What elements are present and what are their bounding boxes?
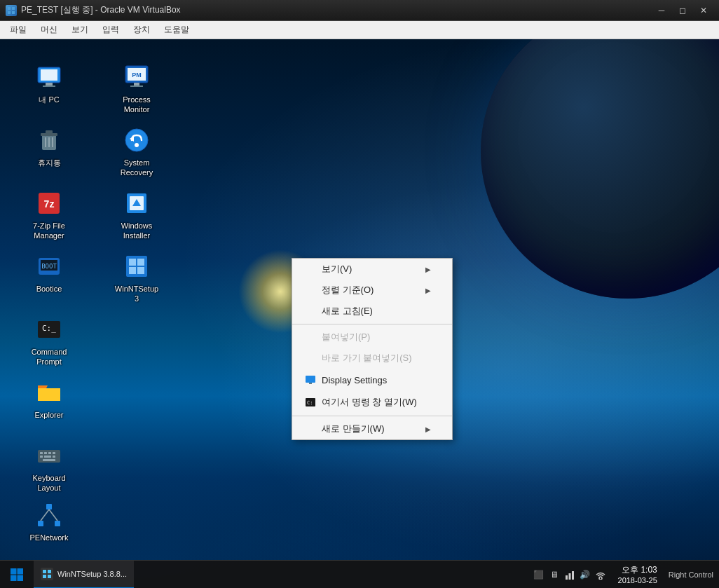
svg-text:BOOT: BOOT: [41, 263, 57, 270]
keyboard-icon: [35, 442, 63, 470]
svg-rect-48: [38, 521, 43, 526]
icon-label-process-monitor: Process Monitor: [111, 94, 162, 116]
desktop-icon-command-prompt[interactable]: C:_ Command Prompt: [21, 313, 77, 371]
svg-rect-32: [137, 259, 144, 266]
taskbar-app-label-winntsetup-app: WinNTSetup 3.8.8...: [57, 570, 127, 578]
svg-rect-53: [309, 383, 312, 384]
svg-rect-10: [134, 83, 139, 86]
icon-label-system-recovery: System Recovery: [111, 157, 162, 179]
start-button[interactable]: [0, 561, 34, 589]
svg-rect-47: [46, 504, 52, 510]
tray-icon-network2[interactable]: [594, 568, 607, 581]
taskbar-app-icon-winntsetup-app: [41, 568, 53, 580]
icon-label-bootice: Bootice: [34, 283, 64, 294]
icon-label-recycle-bin: 휴지통: [36, 157, 63, 168]
svg-rect-6: [46, 83, 53, 86]
tray-icon-1[interactable]: ⬛: [533, 568, 545, 581]
winnt-icon: [123, 252, 151, 280]
desktop-icon-recycle-bin[interactable]: 휴지통: [21, 123, 77, 171]
svg-text:7z: 7z: [44, 198, 55, 210]
svg-rect-37: [38, 388, 60, 401]
tray-icon-2[interactable]: 🖥: [548, 568, 561, 581]
windows-icon: [10, 568, 24, 582]
trash-icon: [35, 126, 63, 154]
svg-rect-40: [44, 452, 47, 454]
submenu-arrow-icon: ▶: [425, 287, 431, 294]
desktop-icon-system-recovery[interactable]: System Recovery: [109, 123, 165, 182]
minimize-button[interactable]: ─: [652, 4, 671, 18]
context-menu-label-display-settings: Display Settings: [322, 375, 387, 385]
menu-item-파일[interactable]: 파일: [3, 22, 34, 38]
desktop-icon-my-pc[interactable]: 내 PC: [21, 60, 77, 108]
desktop-icon-process-monitor[interactable]: PM Process Monitor: [109, 60, 165, 118]
svg-point-21: [135, 143, 139, 147]
svg-point-19: [125, 129, 148, 151]
taskbar-apps: WinNTSetup 3.8.8...: [34, 561, 527, 588]
context-menu-label-open-cmd: 여기서 명령 창 열기(W): [322, 396, 417, 409]
installer-icon: [123, 189, 151, 217]
restore-button[interactable]: ◻: [673, 4, 692, 18]
desktop-icon-explorer[interactable]: Explorer: [21, 376, 77, 423]
svg-rect-49: [55, 521, 60, 526]
menu-item-장치[interactable]: 장치: [126, 22, 157, 38]
menu-item-입력[interactable]: 입력: [95, 22, 126, 38]
titlebar-controls: ─ ◻ ✕: [652, 4, 713, 18]
svg-rect-45: [53, 456, 55, 458]
icon-label-explorer: Explorer: [33, 409, 66, 421]
svg-rect-42: [53, 452, 55, 454]
desktop-icon-windows-installer[interactable]: Windows Installer: [109, 186, 165, 245]
svg-rect-56: [11, 568, 17, 575]
right-control[interactable]: Right Control: [663, 570, 719, 579]
context-menu-label-paste: 붙여넣기(P): [322, 331, 370, 343]
clock[interactable]: 오후 1:03 2018-03-25: [612, 564, 663, 584]
svg-line-51: [49, 510, 57, 521]
context-menu-item-open-cmd[interactable]: C:여기서 명령 창 열기(W): [292, 391, 452, 413]
svg-rect-33: [129, 267, 136, 274]
submenu-arrow-icon: ▶: [425, 266, 431, 273]
folder-icon: [35, 378, 63, 406]
context-menu: 보기(V)▶정렬 기준(O)▶새로 고침(E)붙여넣기(P)바로 가기 붙여넣기…: [292, 258, 453, 440]
computer-icon: [35, 63, 63, 91]
menu-item-머신[interactable]: 머신: [34, 22, 64, 38]
menu-item-도움말[interactable]: 도움말: [157, 22, 196, 38]
context-menu-item-refresh[interactable]: 새로 고침(E): [292, 301, 452, 322]
tray-icon-volume[interactable]: 🔊: [579, 568, 591, 581]
desktop[interactable]: 내 PC PM Process Monitor 휴지통 System Recov…: [0, 39, 719, 588]
close-button[interactable]: ✕: [694, 4, 713, 18]
titlebar-left: PE_TEST [실행 중] - Oracle VM VirtualBox: [6, 4, 181, 16]
7zip-icon: 7z: [35, 189, 63, 217]
cmd-small-icon: C:: [303, 395, 317, 409]
desktop-icon-penetwork[interactable]: PENetwork: [21, 498, 77, 546]
desktop-icon-7zip[interactable]: 7z 7-Zip File Manager: [21, 186, 77, 245]
context-menu-item-sort-by[interactable]: 정렬 기준(O)▶: [292, 280, 452, 301]
context-menu-item-paste: 붙여넣기(P): [292, 327, 452, 348]
desktop-icon-keyboard-layout[interactable]: Keyboard Layout: [21, 439, 77, 497]
menubar: 파일머신보기입력장치도움말: [0, 21, 719, 39]
svg-rect-39: [40, 452, 43, 454]
context-menu-label-paste-shortcut: 바로 가기 붙여넣기(S): [322, 352, 412, 364]
context-menu-separator: [292, 324, 452, 324]
icon-label-windows-installer: Windows Installer: [111, 220, 162, 242]
svg-text:C:_: C:_: [42, 324, 56, 333]
svg-rect-44: [44, 456, 51, 458]
context-menu-item-view[interactable]: 보기(V)▶: [292, 259, 452, 280]
recovery-icon: [123, 126, 151, 154]
icon-label-my-pc: 내 PC: [36, 94, 61, 105]
menu-item-보기[interactable]: 보기: [64, 22, 95, 38]
context-menu-label-sort-by: 정렬 기준(O): [322, 284, 374, 296]
system-tray: ⬛ 🖥 🔊: [527, 561, 612, 588]
desktop-icon-bootice[interactable]: BOOT Bootice: [21, 249, 77, 297]
cmd-icon: C:_: [35, 315, 63, 343]
svg-rect-1: [12, 7, 15, 10]
context-menu-label-new: 새로 만들기(W): [322, 423, 385, 435]
taskbar-app-winntsetup-app[interactable]: WinNTSetup 3.8.8...: [34, 561, 134, 589]
network-icon: [35, 501, 63, 529]
svg-point-67: [599, 577, 602, 580]
context-menu-item-display-settings[interactable]: Display Settings: [292, 369, 452, 391]
context-menu-item-new[interactable]: 새로 만들기(W)▶: [292, 418, 452, 439]
svg-rect-65: [568, 573, 570, 580]
svg-rect-66: [572, 571, 574, 580]
tray-icon-network[interactable]: [563, 568, 576, 581]
desktop-icon-winntsetup[interactable]: WinNTSetup3: [109, 249, 165, 308]
titlebar: PE_TEST [실행 중] - Oracle VM VirtualBox ─ …: [0, 0, 719, 21]
